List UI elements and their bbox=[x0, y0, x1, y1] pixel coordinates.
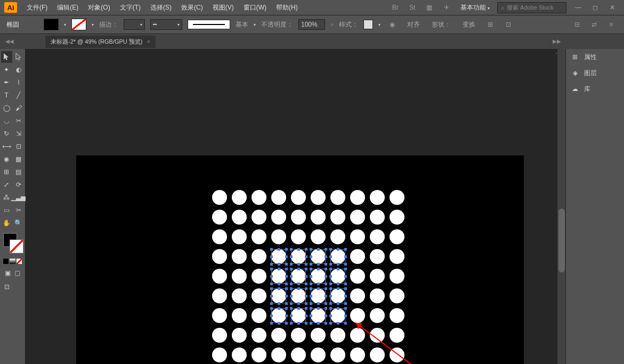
perspective-grid-tool[interactable]: ▦ bbox=[13, 153, 25, 165]
screen-mode-icon[interactable]: ⊡ bbox=[1, 281, 13, 293]
draw-behind-icon[interactable]: ▢ bbox=[13, 267, 22, 279]
brush-label: 基本 bbox=[236, 20, 248, 29]
rotate-tool[interactable]: ↻ bbox=[1, 128, 12, 139]
opacity-label: 不透明度： bbox=[261, 20, 293, 29]
bridge-icon[interactable]: Br bbox=[389, 2, 402, 13]
close-button[interactable]: ✕ bbox=[605, 3, 620, 12]
shape-button[interactable]: 形状： bbox=[428, 19, 454, 30]
stroke-label: 描边： bbox=[99, 20, 118, 29]
canvas[interactable]: ◀◀ bbox=[26, 49, 565, 364]
maximize-button[interactable]: ◻ bbox=[588, 3, 603, 12]
layers-icon: ◈ bbox=[570, 68, 580, 78]
scroll-thumb[interactable] bbox=[558, 209, 565, 272]
gradient-tool[interactable]: ▤ bbox=[13, 166, 25, 178]
width-tool[interactable]: ⟷ bbox=[1, 140, 12, 152]
fill-color-swatch[interactable] bbox=[44, 19, 59, 30]
arrange-icon[interactable]: ▦ bbox=[423, 2, 436, 13]
magic-wand-tool[interactable]: ✦ bbox=[1, 64, 12, 76]
ellipse-tool[interactable]: ◯ bbox=[1, 102, 12, 114]
opacity-input[interactable]: 100% bbox=[298, 19, 325, 30]
scale-tool[interactable]: ⇲ bbox=[13, 128, 25, 139]
line-tool[interactable]: ╱ bbox=[13, 89, 25, 101]
workspace-selector[interactable]: 基本功能 ▾ bbox=[457, 2, 493, 13]
menu-object[interactable]: 对象(O) bbox=[84, 1, 114, 14]
type-tool[interactable]: T bbox=[1, 89, 12, 101]
menu-effect[interactable]: 效果(C) bbox=[177, 1, 207, 14]
align-button[interactable]: 对齐 bbox=[404, 19, 423, 30]
shaper-tool[interactable]: ◡ bbox=[1, 115, 12, 127]
stroke-profile-dropdown[interactable]: ━▾ bbox=[150, 19, 182, 30]
left-collapse-toggle[interactable]: ◀◀ bbox=[5, 38, 14, 44]
menu-help[interactable]: 帮助(H) bbox=[272, 1, 302, 14]
align-options-icon[interactable]: ⊟ bbox=[571, 19, 584, 30]
recolor-icon[interactable]: ◉ bbox=[386, 19, 399, 30]
vertical-scrollbar[interactable] bbox=[557, 49, 565, 364]
style-swatch[interactable] bbox=[363, 20, 373, 29]
shape-builder-tool[interactable]: ◉ bbox=[1, 153, 12, 165]
menu-view[interactable]: 视图(V) bbox=[208, 1, 238, 14]
symbol-sprayer-tool[interactable]: ⁂ bbox=[1, 192, 11, 203]
layers-panel-tab[interactable]: ◈ 图层 bbox=[566, 65, 624, 81]
eyedropper-tool[interactable]: ⤢ bbox=[1, 179, 12, 191]
selection-tool[interactable] bbox=[1, 51, 12, 63]
document-tab[interactable]: 未标题-2* @ 49% (RGB/GPU 预览) × bbox=[45, 36, 156, 48]
menu-type[interactable]: 文字(T) bbox=[116, 1, 145, 14]
library-panel-tab[interactable]: ☁ 库 bbox=[566, 81, 624, 97]
blend-tool[interactable]: ⟳ bbox=[13, 179, 25, 191]
menu-select[interactable]: 选择(S) bbox=[146, 1, 176, 14]
paintbrush-tool[interactable]: 🖌 bbox=[13, 102, 25, 114]
library-label: 库 bbox=[584, 85, 590, 94]
hand-tool[interactable]: ✋ bbox=[1, 217, 12, 229]
stroke-weight-dropdown[interactable]: ▾ bbox=[124, 19, 145, 30]
layers-label: 图层 bbox=[584, 69, 597, 78]
mesh-tool[interactable]: ⊞ bbox=[1, 166, 12, 178]
curvature-tool[interactable]: ⌇ bbox=[13, 77, 25, 88]
color-mode-swatch[interactable] bbox=[3, 259, 9, 264]
slice-tool[interactable]: ✂ bbox=[13, 204, 25, 216]
pen-tool[interactable]: ✒ bbox=[1, 77, 12, 88]
search-adobe-stock[interactable]: ⌕ 搜索 Adobe Stock bbox=[497, 2, 566, 13]
properties-label: 属性 bbox=[584, 53, 597, 62]
free-transform-tool[interactable]: ⊡ bbox=[13, 140, 25, 152]
column-graph-tool[interactable]: ▁▃▅ bbox=[12, 192, 24, 203]
selection-area bbox=[271, 249, 350, 328]
artboard-tool[interactable]: ▭ bbox=[1, 204, 12, 216]
menu-file[interactable]: 文件(F) bbox=[22, 1, 52, 14]
right-collapse-toggle[interactable]: ▶▶ bbox=[553, 38, 561, 44]
list-icon[interactable]: ≡ bbox=[605, 19, 618, 30]
edit-icon[interactable]: ⊡ bbox=[502, 19, 515, 30]
brush-preview[interactable] bbox=[188, 20, 230, 29]
lasso-tool[interactable]: ◐ bbox=[13, 64, 25, 76]
gradient-mode-swatch[interactable] bbox=[10, 259, 15, 264]
style-label: 样式： bbox=[339, 20, 358, 29]
direct-selection-tool[interactable] bbox=[13, 51, 25, 63]
stroke-color-box[interactable] bbox=[10, 239, 23, 253]
tab-title: 未标题-2* @ 49% (RGB/GPU 预览) bbox=[51, 38, 143, 46]
menu-window[interactable]: 窗口(W) bbox=[239, 1, 271, 14]
draw-normal-icon[interactable]: ▣ bbox=[3, 267, 12, 279]
library-icon: ☁ bbox=[570, 84, 580, 94]
app-logo: Ai bbox=[4, 2, 17, 13]
stock-icon[interactable]: St bbox=[406, 2, 419, 13]
menu-edit[interactable]: 编辑(E) bbox=[53, 1, 83, 14]
toolbox: ✦ ◐ ✒ ⌇ T ╱ ◯ 🖌 ◡ ✂ ↻ ⇲ ⟷ ⊡ ◉ ▦ bbox=[0, 49, 26, 364]
transform-button[interactable]: 变换 bbox=[459, 19, 479, 30]
right-panels: ⊞ 属性 ◈ 图层 ☁ 库 bbox=[565, 49, 624, 364]
properties-panel-tab[interactable]: ⊞ 属性 bbox=[566, 49, 624, 65]
stroke-color-swatch[interactable] bbox=[71, 19, 86, 30]
isolate-icon[interactable]: ⊞ bbox=[484, 19, 497, 30]
color-picker[interactable] bbox=[3, 233, 23, 253]
preferences-icon[interactable]: ⇄ bbox=[588, 19, 601, 30]
minimize-button[interactable]: — bbox=[571, 3, 586, 12]
properties-icon: ⊞ bbox=[570, 52, 580, 62]
none-mode-swatch[interactable] bbox=[17, 259, 22, 264]
gpu-icon[interactable]: ✈ bbox=[440, 2, 453, 13]
tab-close-icon[interactable]: × bbox=[147, 38, 150, 45]
eraser-tool[interactable]: ✂ bbox=[13, 115, 25, 127]
zoom-tool[interactable]: 🔍 bbox=[13, 217, 25, 229]
search-icon: ⌕ bbox=[501, 4, 505, 11]
shape-name: 椭圆 bbox=[6, 20, 38, 29]
